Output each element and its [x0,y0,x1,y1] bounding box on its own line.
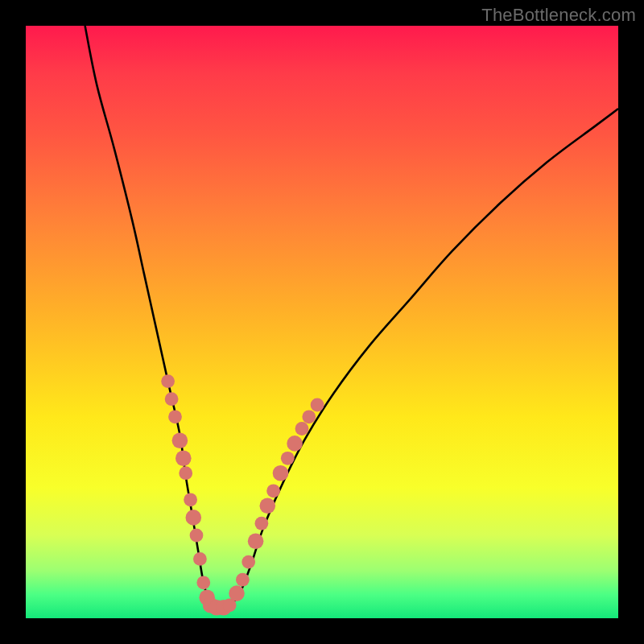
curve-marker [236,573,250,587]
curve-markers [161,374,324,615]
watermark-text: TheBottleneck.com [481,5,636,26]
curve-marker [287,436,303,452]
curve-marker [242,555,255,569]
curve-marker [311,398,324,412]
curve-marker [168,410,182,423]
curve-marker [161,374,175,388]
curve-marker [281,452,295,465]
curve-marker [302,410,316,423]
curve-marker [248,534,264,550]
chart-svg [26,26,618,618]
curve-marker [193,552,207,566]
curve-marker [165,392,179,406]
curve-marker [229,585,245,601]
bottleneck-curve [85,26,618,608]
curve-marker [266,484,280,497]
chart-frame: TheBottleneck.com [0,0,644,644]
chart-plot-area [26,26,618,618]
curve-marker [190,529,204,543]
curve-marker [184,493,197,506]
curve-marker [172,432,188,448]
curve-marker [186,510,202,526]
curve-marker [179,466,192,480]
curve-marker [196,576,210,589]
curve-marker [255,517,269,530]
curve-marker [260,497,276,514]
curve-marker [273,465,289,481]
curve-marker [175,451,192,467]
curve-marker [295,422,309,436]
